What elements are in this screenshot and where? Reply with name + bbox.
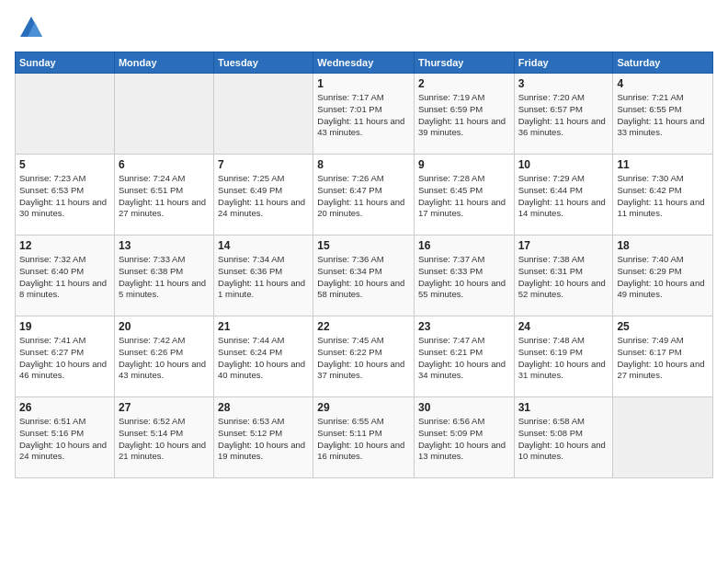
calendar-cell: 31Sunrise: 6:58 AM Sunset: 5:08 PM Dayli… [514,397,613,478]
day-number: 26 [19,401,110,414]
day-info: Sunrise: 7:44 AM Sunset: 6:24 PM Dayligh… [218,335,309,382]
day-info: Sunrise: 6:51 AM Sunset: 5:16 PM Dayligh… [19,416,110,463]
day-number: 1 [317,77,410,90]
calendar-cell: 24Sunrise: 7:48 AM Sunset: 6:19 PM Dayli… [514,316,613,397]
day-of-week-header: Tuesday [214,52,313,74]
calendar-cell: 19Sunrise: 7:41 AM Sunset: 6:27 PM Dayli… [16,316,115,397]
day-info: Sunrise: 7:42 AM Sunset: 6:26 PM Dayligh… [119,335,210,382]
day-number: 18 [617,239,709,252]
day-info: Sunrise: 7:30 AM Sunset: 6:42 PM Dayligh… [617,173,709,220]
day-number: 17 [518,239,609,252]
calendar-cell: 11Sunrise: 7:30 AM Sunset: 6:42 PM Dayli… [613,155,713,236]
day-info: Sunrise: 7:17 AM Sunset: 7:01 PM Dayligh… [317,92,410,139]
day-info: Sunrise: 7:29 AM Sunset: 6:44 PM Dayligh… [518,173,609,220]
day-info: Sunrise: 7:47 AM Sunset: 6:21 PM Dayligh… [418,335,510,382]
calendar-cell: 26Sunrise: 6:51 AM Sunset: 5:16 PM Dayli… [16,397,115,478]
day-info: Sunrise: 6:52 AM Sunset: 5:14 PM Dayligh… [119,416,210,463]
day-number: 15 [317,239,410,252]
day-number: 8 [317,158,410,171]
calendar-week-row: 26Sunrise: 6:51 AM Sunset: 5:16 PM Dayli… [16,397,713,478]
day-number: 12 [19,239,110,252]
day-number: 27 [119,401,210,414]
calendar-cell: 15Sunrise: 7:36 AM Sunset: 6:34 PM Dayli… [313,236,415,316]
day-of-week-header: Monday [114,52,213,74]
calendar-cell: 5Sunrise: 7:23 AM Sunset: 6:53 PM Daylig… [16,155,115,236]
day-info: Sunrise: 7:41 AM Sunset: 6:27 PM Dayligh… [19,335,110,382]
day-of-week-header: Thursday [414,52,514,74]
day-info: Sunrise: 6:58 AM Sunset: 5:08 PM Dayligh… [518,416,609,463]
day-number: 7 [218,158,309,171]
day-info: Sunrise: 7:36 AM Sunset: 6:34 PM Dayligh… [317,254,410,301]
calendar-cell: 29Sunrise: 6:55 AM Sunset: 5:11 PM Dayli… [313,397,415,478]
day-info: Sunrise: 7:40 AM Sunset: 6:29 PM Dayligh… [617,254,709,301]
calendar-cell: 12Sunrise: 7:32 AM Sunset: 6:40 PM Dayli… [16,236,115,316]
day-number: 30 [418,401,510,414]
calendar-cell [16,74,115,155]
day-number: 29 [317,401,410,414]
calendar-cell: 30Sunrise: 6:56 AM Sunset: 5:09 PM Dayli… [414,397,514,478]
day-number: 21 [218,320,309,333]
calendar-week-row: 19Sunrise: 7:41 AM Sunset: 6:27 PM Dayli… [16,316,713,397]
day-info: Sunrise: 7:45 AM Sunset: 6:22 PM Dayligh… [317,335,410,382]
calendar-cell: 13Sunrise: 7:33 AM Sunset: 6:38 PM Dayli… [114,236,213,316]
calendar-cell: 21Sunrise: 7:44 AM Sunset: 6:24 PM Dayli… [214,316,313,397]
day-number: 28 [218,401,309,414]
day-info: Sunrise: 7:38 AM Sunset: 6:31 PM Dayligh… [518,254,609,301]
day-number: 24 [518,320,609,333]
calendar-cell: 18Sunrise: 7:40 AM Sunset: 6:29 PM Dayli… [613,236,713,316]
calendar-cell: 16Sunrise: 7:37 AM Sunset: 6:33 PM Dayli… [414,236,514,316]
day-info: Sunrise: 6:53 AM Sunset: 5:12 PM Dayligh… [218,416,309,463]
day-number: 11 [617,158,709,171]
day-info: Sunrise: 7:34 AM Sunset: 6:36 PM Dayligh… [218,254,309,301]
calendar-cell: 22Sunrise: 7:45 AM Sunset: 6:22 PM Dayli… [313,316,415,397]
day-info: Sunrise: 6:56 AM Sunset: 5:09 PM Dayligh… [418,416,510,463]
day-number: 4 [617,77,709,90]
calendar-cell: 3Sunrise: 7:20 AM Sunset: 6:57 PM Daylig… [514,74,613,155]
day-number: 5 [19,158,110,171]
page-header [15,15,713,40]
calendar-week-row: 12Sunrise: 7:32 AM Sunset: 6:40 PM Dayli… [16,236,713,316]
calendar-cell: 7Sunrise: 7:25 AM Sunset: 6:49 PM Daylig… [214,155,313,236]
calendar-cell: 17Sunrise: 7:38 AM Sunset: 6:31 PM Dayli… [514,236,613,316]
day-info: Sunrise: 7:25 AM Sunset: 6:49 PM Dayligh… [218,173,309,220]
calendar: SundayMondayTuesdayWednesdayThursdayFrid… [15,52,713,478]
day-number: 3 [518,77,609,90]
day-number: 6 [119,158,210,171]
day-info: Sunrise: 7:33 AM Sunset: 6:38 PM Dayligh… [119,254,210,301]
day-number: 22 [317,320,410,333]
calendar-cell: 8Sunrise: 7:26 AM Sunset: 6:47 PM Daylig… [313,155,415,236]
day-info: Sunrise: 7:48 AM Sunset: 6:19 PM Dayligh… [518,335,609,382]
calendar-cell: 28Sunrise: 6:53 AM Sunset: 5:12 PM Dayli… [214,397,313,478]
day-number: 13 [119,239,210,252]
day-info: Sunrise: 7:21 AM Sunset: 6:55 PM Dayligh… [617,92,709,139]
day-info: Sunrise: 7:37 AM Sunset: 6:33 PM Dayligh… [418,254,510,301]
calendar-cell [214,74,313,155]
calendar-cell: 23Sunrise: 7:47 AM Sunset: 6:21 PM Dayli… [414,316,514,397]
day-info: Sunrise: 7:49 AM Sunset: 6:17 PM Dayligh… [617,335,709,382]
calendar-cell: 9Sunrise: 7:28 AM Sunset: 6:45 PM Daylig… [414,155,514,236]
day-number: 2 [418,77,510,90]
day-info: Sunrise: 7:20 AM Sunset: 6:57 PM Dayligh… [518,92,609,139]
day-info: Sunrise: 7:19 AM Sunset: 6:59 PM Dayligh… [418,92,510,139]
calendar-week-row: 5Sunrise: 7:23 AM Sunset: 6:53 PM Daylig… [16,155,713,236]
day-number: 23 [418,320,510,333]
day-number: 14 [218,239,309,252]
calendar-cell: 2Sunrise: 7:19 AM Sunset: 6:59 PM Daylig… [414,74,514,155]
day-of-week-header: Sunday [16,52,115,74]
calendar-week-row: 1Sunrise: 7:17 AM Sunset: 7:01 PM Daylig… [16,74,713,155]
calendar-cell: 14Sunrise: 7:34 AM Sunset: 6:36 PM Dayli… [214,236,313,316]
calendar-cell: 6Sunrise: 7:24 AM Sunset: 6:51 PM Daylig… [114,155,213,236]
day-number: 10 [518,158,609,171]
calendar-cell [613,397,713,478]
day-number: 19 [19,320,110,333]
day-number: 31 [518,401,609,414]
calendar-cell: 10Sunrise: 7:29 AM Sunset: 6:44 PM Dayli… [514,155,613,236]
calendar-cell [114,74,213,155]
day-info: Sunrise: 7:26 AM Sunset: 6:47 PM Dayligh… [317,173,410,220]
calendar-cell: 25Sunrise: 7:49 AM Sunset: 6:17 PM Dayli… [613,316,713,397]
day-number: 9 [418,158,510,171]
day-number: 25 [617,320,709,333]
calendar-cell: 4Sunrise: 7:21 AM Sunset: 6:55 PM Daylig… [613,74,713,155]
logo-icon [18,15,44,40]
calendar-cell: 20Sunrise: 7:42 AM Sunset: 6:26 PM Dayli… [114,316,213,397]
